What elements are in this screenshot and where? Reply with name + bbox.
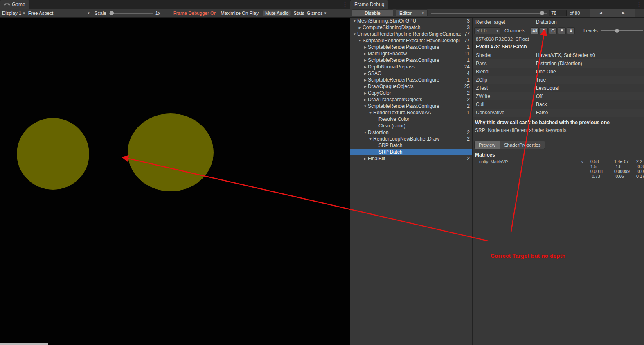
next-frame-button[interactable]: ▶	[612, 9, 635, 17]
disable-button[interactable]: Disable	[352, 9, 393, 16]
tree-row[interactable]: ▶DepthNormalPrepass24	[350, 64, 472, 70]
tree-row[interactable]: SRP Batch	[350, 149, 472, 155]
display-dropdown-label: Display 1	[2, 11, 21, 16]
foldout-closed-icon[interactable]: ▶	[363, 45, 368, 49]
channel-all-button[interactable]: All	[531, 27, 539, 34]
foldout-closed-icon[interactable]: ▶	[363, 85, 368, 89]
tree-row[interactable]: ▶ComputeSkinningDispatch3	[350, 24, 472, 31]
foldout-open-icon[interactable]: ▼	[352, 19, 357, 23]
foldout-open-icon[interactable]: ▼	[363, 131, 368, 134]
tree-row[interactable]: ▶SSAO4	[350, 70, 472, 77]
tree-row-count: 11	[463, 51, 472, 57]
stats-toggle[interactable]: Stats	[293, 11, 304, 16]
display-dropdown[interactable]: Display 1 ▾	[2, 11, 25, 16]
tree-row[interactable]: ▶MainLightShadow11	[350, 50, 472, 57]
event-tree: ▼MeshSkinning.SkinOnGPU3▶ComputeSkinning…	[350, 18, 472, 345]
matrix-cell: 0.00099	[614, 169, 633, 174]
aspect-dropdown-label: Free Aspect	[28, 11, 53, 16]
tab-preview[interactable]: Preview	[474, 141, 500, 149]
state-row-value: True	[536, 77, 546, 83]
state-row-value: Distortion (Distortion)	[536, 61, 582, 66]
gizmos-dropdown[interactable]: Gizmos ▾	[307, 11, 327, 16]
foldout-open-icon[interactable]: ▼	[368, 137, 373, 141]
levels-slider[interactable]	[601, 28, 643, 34]
scale-slider[interactable]	[109, 10, 153, 16]
scale-value: 1x	[155, 11, 160, 16]
tree-row-label: ScriptableRenderPass.Configure	[368, 57, 465, 63]
tree-row[interactable]: SRP Batch	[350, 142, 472, 149]
slider-thumb[interactable]	[615, 29, 619, 33]
tree-row[interactable]: ▶ScriptableRenderPass.Configure1	[350, 57, 472, 64]
game-toolbar: Display 1 ▾ Free Aspect ▾ Scale 1x Frame…	[0, 9, 350, 18]
slider-thumb[interactable]	[540, 11, 544, 15]
tree-row-label: MeshSkinning.SkinOnGPU	[357, 18, 465, 24]
tree-row-label: DrawOpaqueObjects	[368, 84, 463, 89]
tree-row[interactable]: ▶DrawOpaqueObjects25	[350, 83, 472, 90]
state-row: ZTestLessEqual	[473, 84, 644, 92]
tree-row[interactable]: ▶CopyColor2	[350, 90, 472, 96]
foldout-closed-icon[interactable]: ▶	[363, 65, 368, 69]
maximize-on-play-toggle[interactable]: Maximize On Play	[221, 11, 259, 16]
channel-b-button[interactable]: B	[558, 27, 566, 34]
tree-row[interactable]: Resolve Color	[350, 116, 472, 123]
foldout-open-icon[interactable]: ▼	[363, 104, 368, 108]
foldout-open-icon[interactable]: ▼	[352, 32, 357, 36]
game-panel-menu-icon[interactable]: ⋮	[342, 1, 348, 7]
channel-a-button[interactable]: A	[567, 27, 575, 34]
frame-number-input[interactable]	[549, 10, 567, 16]
tree-row-count: 1	[465, 57, 472, 63]
prev-frame-button[interactable]: ◀	[590, 9, 612, 17]
channel-buttons: AllRGBA	[531, 27, 575, 34]
aspect-dropdown[interactable]: Free Aspect ▾	[28, 11, 90, 16]
frame-debug-tabstrip: Frame Debug ⋮	[350, 0, 644, 9]
tree-row[interactable]: ▼RenderLoopNewBatcher.Draw2	[350, 136, 472, 142]
matrix-cell: -0.66	[614, 174, 633, 179]
foldout-open-icon[interactable]: ▼	[357, 39, 363, 43]
mute-audio-toggle[interactable]: Mute Audio	[263, 10, 291, 16]
chevron-down-icon: ▾	[23, 11, 25, 15]
texture-info: 857x818 R32G32_SFloat	[476, 36, 529, 41]
tree-row-label: ScriptableRenderer.Execute: HavenDesktop…	[363, 38, 463, 43]
foldout-closed-icon[interactable]: ▶	[363, 91, 368, 95]
slider-thumb[interactable]	[110, 11, 114, 15]
foldout-closed-icon[interactable]: ▶	[363, 78, 368, 82]
state-row-label: ZWrite	[476, 93, 536, 99]
tree-row-label: Distortion	[368, 129, 465, 135]
foldout-closed-icon[interactable]: ▶	[363, 98, 368, 102]
tree-row[interactable]: ▼ScriptableRenderPass.Configure2	[350, 103, 472, 109]
target-dropdown[interactable]: Editor ▾	[396, 9, 428, 16]
tree-row[interactable]: ▼MeshSkinning.SkinOnGPU3	[350, 18, 472, 24]
foldout-closed-icon[interactable]: ▶	[363, 52, 368, 56]
tree-row[interactable]: ▶ScriptableRenderPass.Configure1	[350, 44, 472, 50]
foldout-closed-icon[interactable]: ▶	[363, 72, 368, 75]
matrix-foldout-icon[interactable]: v	[581, 160, 583, 164]
rt-dropdown[interactable]: RT 0 ▾	[474, 27, 500, 34]
foldout-closed-icon[interactable]: ▶	[357, 26, 363, 30]
channel-g-button[interactable]: G	[549, 27, 557, 34]
foldout-open-icon[interactable]: ▼	[368, 111, 373, 115]
frame-slider[interactable]	[431, 10, 547, 16]
tab-frame-debug[interactable]: Frame Debug	[350, 0, 388, 9]
tree-row[interactable]: ▼RenderTexture.ResolveAA1	[350, 109, 472, 116]
tree-row[interactable]: ▼UniversalRenderPipeline.RenderSingleCam…	[350, 31, 472, 37]
foldout-closed-icon[interactable]: ▶	[363, 59, 368, 62]
tree-row[interactable]: ▶FinalBlit2	[350, 155, 472, 162]
state-row: CullBack	[473, 100, 644, 109]
tab-shaderproperties[interactable]: ShaderProperties	[500, 141, 545, 149]
matrix-cell: 1.4e-07	[614, 159, 633, 164]
tree-row[interactable]: ▶DrawTransparentObjects2	[350, 96, 472, 103]
tree-row-label: SRP Batch	[378, 149, 468, 155]
tree-row[interactable]: ▼ScriptableRenderer.Execute: HavenDeskto…	[350, 37, 472, 44]
foldout-closed-icon[interactable]: ▶	[363, 157, 368, 161]
channel-r-button[interactable]: R	[540, 27, 548, 34]
levels-label: Levels	[583, 28, 598, 34]
tree-row[interactable]: ▼Distortion2	[350, 129, 472, 136]
tree-row[interactable]: Clear (color)	[350, 123, 472, 129]
state-row-label: Conservative	[476, 110, 536, 116]
tree-row-count: 25	[463, 84, 472, 89]
tab-game[interactable]: Game	[0, 0, 29, 9]
tree-row[interactable]: ▶ScriptableRenderPass.Configure1	[350, 77, 472, 83]
render-target-value: Distortion	[536, 19, 557, 26]
matrix-cell: -0.00	[636, 169, 644, 174]
frame-debug-panel-menu-icon[interactable]: ⋮	[636, 1, 642, 7]
